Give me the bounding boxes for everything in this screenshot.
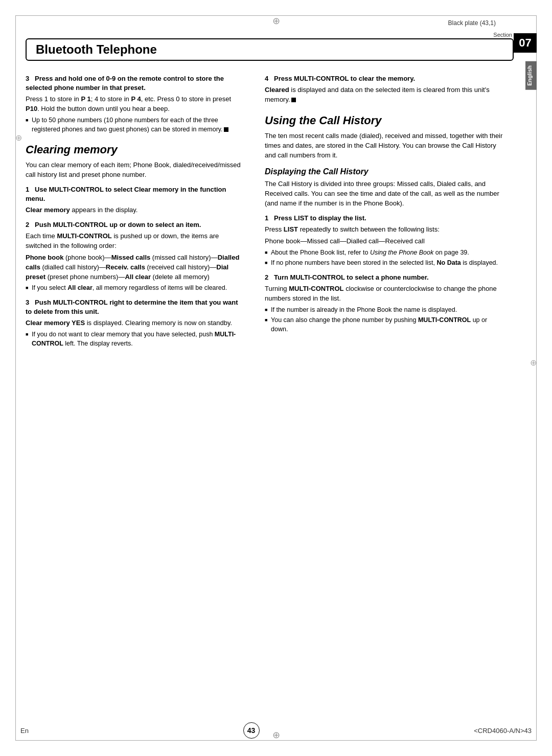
call-step2-heading: 2 Turn MULTI-CONTROL to select a phone n… xyxy=(265,273,503,282)
call-step2-bullet2: You can also change the phone number by … xyxy=(265,316,503,334)
title-box: Bluetooth Telephone xyxy=(26,38,514,61)
clearing-intro: You can clear memory of each item; Phone… xyxy=(26,161,244,180)
page-title: Bluetooth Telephone xyxy=(36,42,157,56)
clear-step1-body: Clear memory appears in the display. xyxy=(26,205,244,215)
left-column: 3 Press and hold one of 0-9 on the remot… xyxy=(15,69,255,725)
call-step1-bullet2: If no phone numbers have been stored in … xyxy=(265,259,503,268)
using-heading: Using the Call History xyxy=(265,114,503,127)
english-sidebar: English xyxy=(525,61,537,90)
call-step2-bullet1: If the number is already in the Phone Bo… xyxy=(265,306,503,315)
footer-code: <CRD4060-A/N>43 xyxy=(474,727,532,735)
clear-step3-body1: Clear memory YES is displayed. Clearing … xyxy=(26,318,244,328)
right-column: 4 Press MULTI-CONTROL to clear the memor… xyxy=(255,69,514,725)
call-step1-heading: 1 Press LIST to display the list. xyxy=(265,214,503,223)
two-col-layout: 3 Press and hold one of 0-9 on the remot… xyxy=(15,69,514,725)
step3-heading: 3 Press and hold one of 0-9 on the remot… xyxy=(26,74,244,93)
step4-body: Cleared is displayed and data on the sel… xyxy=(265,85,503,105)
displaying-intro: The Call History is divided into three g… xyxy=(265,179,503,209)
clear-step3-heading: 3 Push MULTI-CONTROL right to determine … xyxy=(26,298,244,316)
clear-step3-bullet: If you do not want to clear memory that … xyxy=(26,330,244,348)
clear-step1-heading: 1 Use MULTI-CONTROL to select Clear memo… xyxy=(26,185,244,203)
displaying-heading: Displaying the Call History xyxy=(265,167,503,176)
clearing-heading: Clearing memory xyxy=(26,143,244,156)
clear-step2-order: Phone book (phone book)—Missed calls (mi… xyxy=(26,253,244,282)
bottom-footer: En 43 <CRD4060-A/N>43 xyxy=(15,720,537,741)
top-header: Black plate (43,1) xyxy=(15,15,537,33)
plate-label: Black plate (43,1) xyxy=(448,19,496,27)
call-step1-body2: Phone book—Missed call—Dialled call—Rece… xyxy=(265,237,503,246)
main-content: Bluetooth Telephone 3 Press and hold one… xyxy=(15,33,514,725)
clear-step2-bullet: If you select All clear, all memory rega… xyxy=(26,284,244,293)
clear-step2-body1: Each time MULTI-CONTROL is pushed up or … xyxy=(26,232,244,251)
call-step1-bullet1: About the Phone Book list, refer to Usin… xyxy=(265,248,503,258)
step4-heading: 4 Press MULTI-CONTROL to clear the memor… xyxy=(265,74,503,83)
clear-step2-heading: 2 Push MULTI-CONTROL up or down to selec… xyxy=(26,220,244,230)
footer-page-number: 43 xyxy=(243,722,260,739)
footer-en-label: En xyxy=(20,727,29,735)
using-intro: The ten most recent calls made (dialed),… xyxy=(265,131,503,161)
call-step2-body1: Turning MULTI-CONTROL clockwise or count… xyxy=(265,284,503,304)
step3-bullet: Up to 50 phone numbers (10 phone numbers… xyxy=(26,116,244,134)
step3-body: Press 1 to store in P 1; 4 to store in P… xyxy=(26,95,244,114)
section-badge: 07 xyxy=(514,33,537,53)
call-step1-body1: Press LIST repeatedly to switch between … xyxy=(265,225,503,235)
